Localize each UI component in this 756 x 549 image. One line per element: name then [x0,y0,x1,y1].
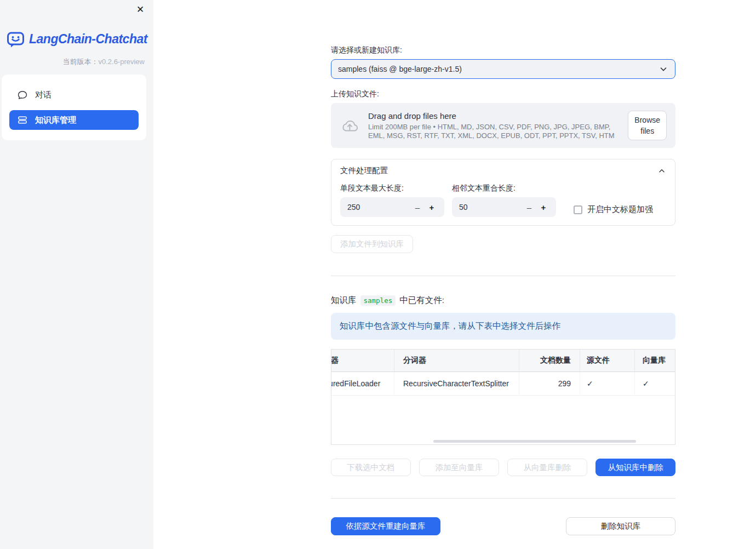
download-selected-button[interactable]: 下载选中文档 [331,459,411,476]
cell-doc-count: 299 [519,372,580,395]
chevron-up-icon [657,167,666,175]
sidebar-item-knowledge-base[interactable]: 知识库管理 [9,110,139,130]
rebuild-vector-store-button[interactable]: 依据源文件重建向量库 [331,517,440,535]
sidebar-item-label: 对话 [35,90,51,100]
overlap-label: 相邻文本重合长度: [452,184,556,193]
add-to-vector-store-button[interactable]: 添加至向量库 [419,459,499,476]
dropzone-title: Drag and drop files here [368,111,628,121]
cloud-upload-icon [340,118,359,133]
file-dropzone[interactable]: Drag and drop files here Limit 200MB per… [331,103,675,148]
version-info: 当前版本：v0.2.6-preview [0,57,153,67]
content-column: 请选择或新建知识库: samples (faiss @ bge-large-zh… [331,45,675,535]
main-area: 请选择或新建知识库: samples (faiss @ bge-large-zh… [153,0,756,549]
overlap-field: 相邻文本重合长度: 50 – + [452,184,556,217]
zh-title-enhance-checkbox[interactable] [574,205,582,214]
zh-title-enhance-field: 开启中文标题加强 [574,204,653,215]
decrement-button[interactable]: – [410,203,425,212]
file-config-expander: 文件处理配置 单段文本最大长度: 250 – + 相邻文本重合长度: 50 [331,159,675,226]
kb-select-value: samples (faiss @ bge-large-zh-v1.5) [338,65,658,73]
cell-vector-store-check: ✓ [635,372,675,395]
increment-button[interactable]: + [536,203,551,212]
sidebar-item-label: 知识库管理 [35,115,76,125]
table-inner: 文档加载器 分词器 文档数量 源文件 向量库 UnstructuredFileL… [331,350,675,396]
table-horizontal-scrollbar[interactable] [433,440,636,443]
kb-select-label: 请选择或新建知识库: [331,45,675,55]
column-header-splitter[interactable]: 分词器 [394,350,519,371]
chunk-size-field: 单段文本最大长度: 250 – + [340,184,444,217]
divider [331,276,675,276]
increment-button[interactable]: + [425,203,439,212]
logo-text: LangChain-Chatchat [29,32,147,47]
column-header-source-file[interactable]: 源文件 [580,350,635,371]
chat-bubble-icon [17,89,28,100]
kb-files-heading: 知识库 samples 中已有文件: [331,295,675,306]
add-files-to-kb-button[interactable]: 添加文件到知识库 [331,235,413,253]
chunk-size-label: 单段文本最大长度: [340,184,444,193]
delete-kb-button[interactable]: 删除知识库 [566,517,675,535]
chevron-down-icon [658,64,668,74]
overlap-value: 50 [459,203,522,211]
dropzone-text: Drag and drop files here Limit 200MB per… [368,111,628,140]
sidebar: ✕ LangChain-Chatchat 当前版本：v0.2.6-preview… [0,0,153,549]
upload-label: 上传知识文件: [331,89,675,99]
kb-files-suffix: 中已有文件: [399,295,444,306]
column-header-loader[interactable]: 文档加载器 [331,350,394,371]
sidebar-nav: 对话 知识库管理 [2,75,146,140]
column-header-doc-count[interactable]: 文档数量 [519,350,580,371]
file-config-title: 文件处理配置 [340,165,388,176]
kb-name-code: samples [360,295,396,306]
kb-files-table[interactable]: 文档加载器 分词器 文档数量 源文件 向量库 UnstructuredFileL… [331,349,675,445]
delete-from-vector-store-button[interactable]: 从向量库删除 [507,459,587,476]
file-config-expander-header[interactable]: 文件处理配置 [331,159,675,182]
overlap-input[interactable]: 50 – + [452,197,556,217]
kb-files-prefix: 知识库 [331,295,357,306]
dropzone-hint: Limit 200MB per file • HTML, MD, JSON, C… [368,123,628,140]
chunk-size-value: 250 [347,203,410,211]
file-actions-row: 下载选中文档 添加至向量库 从向量库删除 从知识库中删除 [331,459,675,476]
version-label: 当前版本： [62,58,98,66]
info-banner: 知识库中包含源文件与向量库，请从下表中选择文件后操作 [331,313,675,340]
version-value: v0.2.6-preview [98,58,145,66]
sidebar-close-icon[interactable]: ✕ [134,3,147,16]
chunk-size-input[interactable]: 250 – + [340,197,444,217]
table-header-row: 文档加载器 分词器 文档数量 源文件 向量库 [331,350,675,372]
sidebar-item-chat[interactable]: 对话 [9,85,139,105]
cell-loader: UnstructuredFileLoader [331,372,394,395]
browse-files-button[interactable]: Browse files [628,111,667,140]
stacked-collection-icon [17,115,28,125]
table-row[interactable]: UnstructuredFileLoader RecursiveCharacte… [331,372,675,396]
cell-source-file-check: ✓ [580,372,635,395]
app-logo: LangChain-Chatchat [7,30,153,48]
cell-splitter: RecursiveCharacterTextSplitter [394,372,519,395]
column-header-vector-store[interactable]: 向量库 [635,350,675,371]
file-config-body: 单段文本最大长度: 250 – + 相邻文本重合长度: 50 – + 开启中文标… [331,182,675,225]
delete-from-kb-button[interactable]: 从知识库中删除 [595,459,675,476]
logo-chat-bubble-icon [7,30,25,48]
kb-actions-row: 依据源文件重建向量库 删除知识库 [331,517,675,535]
decrement-button[interactable]: – [522,203,536,212]
kb-select[interactable]: samples (faiss @ bge-large-zh-v1.5) [331,59,675,79]
divider [331,498,675,499]
zh-title-enhance-label: 开启中文标题加强 [587,204,653,215]
